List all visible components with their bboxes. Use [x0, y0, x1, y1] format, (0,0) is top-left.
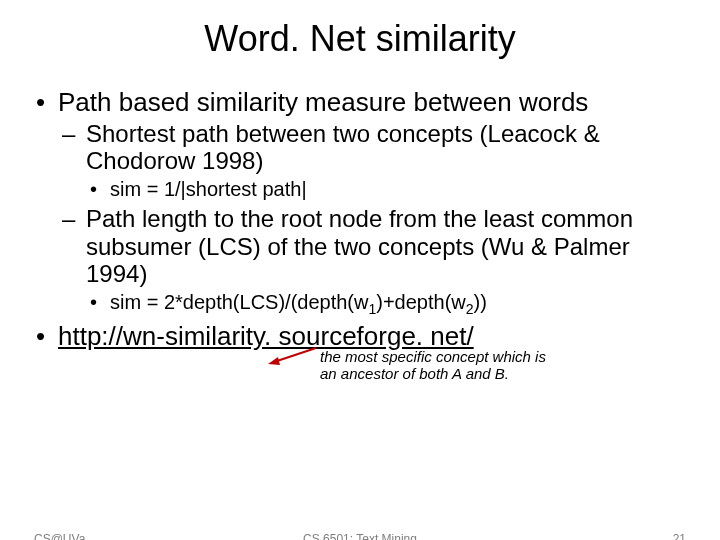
footer-center: CS 6501: Text Mining: [0, 532, 720, 540]
formula-part: )+depth(w: [376, 291, 466, 313]
bullet-text: Path length to the root node from the le…: [86, 205, 633, 287]
slide-body: Path based similarity measure between wo…: [0, 88, 720, 352]
subscript: 2: [466, 301, 474, 317]
annotation-line: the most specific concept which is: [320, 348, 580, 365]
bullet-lvl2: Path length to the root node from the le…: [58, 205, 686, 318]
formula-part: sim = 2*depth(LCS)/(depth(w: [110, 291, 368, 313]
footer-page-number: 21: [673, 532, 686, 540]
formula-part: )): [474, 291, 487, 313]
bullet-lvl1: Path based similarity measure between wo…: [34, 88, 686, 318]
bullet-lvl3: sim = 2*depth(LCS)/(depth(w1)+depth(w2)): [86, 290, 686, 318]
bullet-text: sim = 1/|shortest path|: [110, 178, 307, 200]
bullet-text: Shortest path between two concepts (Leac…: [86, 120, 600, 175]
bullet-lvl3: sim = 1/|shortest path|: [86, 177, 686, 201]
annotation-line: an ancestor of both A and B.: [320, 365, 580, 382]
bullet-lvl2: Shortest path between two concepts (Leac…: [58, 120, 686, 201]
slide-title: Word. Net similarity: [0, 18, 720, 60]
wordnet-similarity-link[interactable]: http://wn-similarity. sourceforge. net/: [58, 321, 474, 351]
annotation-callout: the most specific concept which is an an…: [320, 348, 580, 383]
slide: Word. Net similarity Path based similari…: [0, 18, 720, 540]
svg-marker-1: [268, 357, 280, 365]
bullet-text: Path based similarity measure between wo…: [58, 87, 588, 117]
